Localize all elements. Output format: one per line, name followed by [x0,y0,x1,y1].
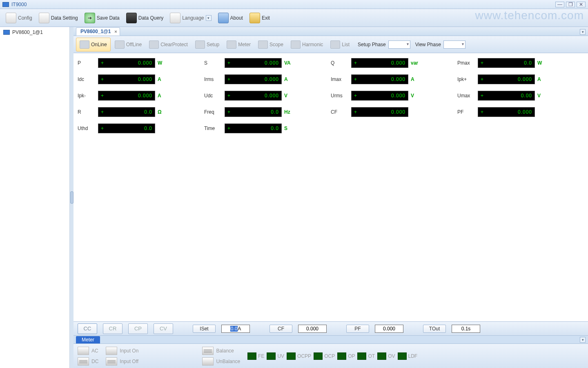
balance-option[interactable]: Balance [202,347,240,355]
cf-button[interactable]: CF [270,325,292,333]
offline-button[interactable]: OffLine [111,38,145,52]
device-tab[interactable]: PV8600_1@1 × [76,27,120,36]
iset-button[interactable]: ISet [193,325,216,333]
acdc-toggle: AC DC [78,347,98,366]
tree-node-label: PV8600_1@1 [12,29,43,35]
config-label: Config [18,15,32,21]
save-data-icon: ➔ [85,13,95,23]
meter-grid: P+0.000WS+0.000VAQ+0.000varPmax+0.0WIdc+… [74,53,588,321]
language-button[interactable]: Language▾ [167,11,214,25]
reading-unit: A [155,76,167,82]
meter-overflow-button[interactable]: ▾ [580,337,586,343]
reading-unit: A [155,93,167,99]
reading-value: +0.000 [351,91,408,101]
reading-value: +0.000 [351,107,408,117]
minimize-button[interactable]: — [555,2,564,7]
indicator-lamp-icon [337,352,346,360]
input-on-option[interactable]: Input On [106,347,138,355]
setup-button[interactable]: Setup [192,38,223,52]
indicator-fe: FE [247,352,264,360]
indicator-ov: OV [377,352,395,360]
pf-value[interactable]: 0.000 [375,325,403,333]
data-setting-button[interactable]: Data Setting [36,11,81,25]
pf-button[interactable]: PF [346,325,369,333]
reading-label: Irms [204,76,225,82]
iset-value[interactable]: 0.0A [221,325,250,333]
indicator-lamp-icon [357,352,366,360]
exit-button[interactable]: Exit [246,11,273,25]
reading-unit: A [282,76,294,82]
reading-label: P [78,60,98,66]
reading-label: Pmax [457,60,478,66]
meter-tab[interactable]: Meter [76,336,100,343]
reading-unit: W [155,60,167,66]
harmonic-button[interactable]: Harmonic [287,38,326,52]
indicator-ocp: OCP [314,352,335,360]
ac-option[interactable]: AC [78,347,98,355]
cf-value[interactable]: 0.000 [298,325,327,333]
scope-button[interactable]: Scope [255,38,287,52]
reading-value: +0.000 [478,107,535,117]
dc-icon [78,357,89,366]
reading-label: Ipk+ [457,76,478,82]
tab-overflow-button[interactable]: ▾ [580,29,586,35]
cr-mode-button[interactable]: CR [103,323,122,334]
reading-value: +0.0 [98,123,155,133]
app-title: IT9000 [11,2,27,7]
indicator-lamp-icon [247,352,256,360]
dc-option[interactable]: DC [78,357,98,366]
reading-label: Freq [204,109,225,115]
input-off-option[interactable]: Input Off [106,357,138,366]
clearprotect-icon [149,40,159,49]
tout-value[interactable]: 0.1s [452,325,480,333]
reading-unit: S [282,126,294,131]
reading-value: +0.0 [98,107,155,117]
indicator-ocpp: OCPP [287,352,311,360]
cc-mode-button[interactable]: CC [78,323,97,334]
setup-icon [195,40,205,49]
meter-button[interactable]: Meter [223,38,254,52]
mode-bar: CC CR CP CV ISet 0.0A CF 0.000 PF 0.000 … [74,321,588,335]
reading-label: Uthd [78,126,98,131]
reading-unit: V [408,93,421,99]
reading-label: Ipk- [78,93,98,99]
online-button[interactable]: OnLine [76,38,111,52]
tab-close-icon[interactable]: × [113,29,118,34]
chevron-down-icon[interactable]: ▾ [206,15,212,21]
setup-phase-combo[interactable] [388,40,410,49]
indicator-lamp-icon [314,352,323,360]
reading-label: Idc [78,76,98,82]
reading-label: Umax [457,93,478,99]
clearprotect-button[interactable]: ClearProtect [146,38,191,52]
reading-unit: A [535,76,547,82]
data-query-button[interactable]: Data Query [123,11,167,25]
close-button[interactable]: ✕ [577,2,586,7]
splitter[interactable] [70,27,74,368]
input-on-icon [106,347,117,355]
unbalance-option[interactable]: UnBalance [202,357,240,366]
input-toggle: Input On Input Off [106,347,138,366]
indicator-op: OP [337,352,355,360]
main-toolbar: Config Data Setting ➔Save Data Data Quer… [0,9,588,27]
reading-label: R [78,109,98,115]
maximize-button[interactable]: ❐ [566,2,575,7]
about-label: About [230,15,243,21]
config-button[interactable]: Config [2,11,36,25]
cv-mode-button[interactable]: CV [154,323,173,334]
tout-button[interactable]: TOut [423,325,446,333]
device-tab-label: PV8600_1@1 [80,29,111,34]
tree-node[interactable]: PV8600_1@1 [2,29,68,36]
about-button[interactable]: About [215,11,246,25]
scope-label: Scope [270,42,283,47]
config-icon [6,13,16,23]
reading-value: +0.000 [478,74,535,84]
list-button[interactable]: List [327,38,353,52]
reading-unit: VA [282,60,294,66]
view-phase-combo[interactable] [443,40,466,49]
balance-toggle: Balance UnBalance [202,347,240,366]
cp-mode-button[interactable]: CP [128,323,148,334]
data-query-icon [126,13,137,23]
harmonic-icon [291,40,301,49]
save-data-button[interactable]: ➔Save Data [81,11,123,25]
reading-label: Urms [331,93,351,99]
